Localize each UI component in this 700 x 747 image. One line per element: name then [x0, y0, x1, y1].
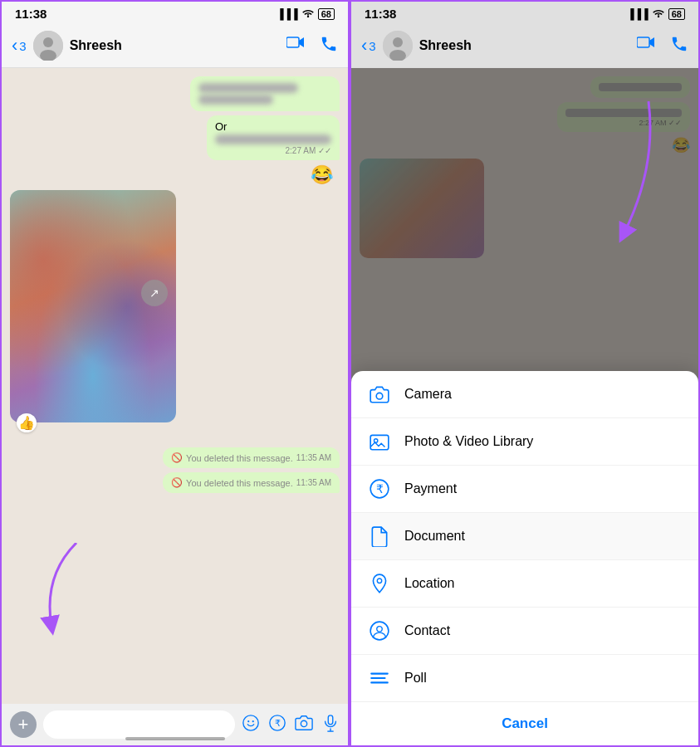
home-indicator-left: [125, 737, 225, 740]
svg-rect-20: [370, 435, 389, 449]
camera-action-icon: [368, 383, 391, 406]
contact-name-left[interactable]: Shreesh: [70, 38, 280, 53]
chat-header-left: ‹ 3 Shreesh: [2, 24, 348, 68]
phone-call-icon-right[interactable]: [670, 35, 688, 57]
location-action-label: Location: [404, 576, 455, 591]
svg-text:₹: ₹: [275, 717, 281, 727]
action-payment[interactable]: ₹ Payment: [351, 466, 698, 513]
document-action-icon: [368, 525, 391, 548]
msg-out-text: Or 2:27 AM ✓✓: [207, 115, 340, 160]
action-camera[interactable]: Camera: [351, 371, 698, 418]
svg-point-24: [377, 579, 381, 583]
status-icons-right: ▐▐▐ 68: [627, 7, 685, 20]
status-bar-right: 11:38 ▐▐▐ 68: [351, 2, 698, 24]
status-icons-left: ▐▐▐ 68: [277, 7, 335, 20]
svg-point-2: [43, 37, 53, 47]
deleted-text-2: You deleted this message.: [186, 478, 293, 488]
back-chevron-left: ‹: [12, 35, 17, 56]
svg-rect-4: [286, 37, 299, 47]
back-chevron-right: ‹: [361, 35, 367, 56]
svg-point-10: [301, 720, 306, 726]
phone-call-icon[interactable]: [320, 35, 338, 57]
signal-icon-right: ▐▐▐: [627, 8, 649, 20]
time-left: 11:38: [15, 7, 47, 21]
svg-point-0: [307, 16, 309, 17]
chat-area-left: Or 2:27 AM ✓✓ 😂 ↗ 👍 🚫 You deleted this m…: [2, 68, 348, 704]
avatar-right: [383, 31, 413, 61]
contact-name-right: Shreesh: [419, 38, 630, 53]
cancel-button[interactable]: Cancel: [351, 701, 698, 745]
thumbs-up-reaction: 👍: [17, 413, 37, 432]
poll-action-label: Poll: [404, 671, 427, 686]
location-action-icon: [368, 572, 391, 595]
header-icons-left: [286, 35, 338, 57]
emoji-reaction: 😂: [311, 164, 333, 186]
svg-point-14: [658, 16, 659, 17]
chat-header-right: ‹ 3 Shreesh: [351, 24, 698, 68]
video-call-icon[interactable]: [286, 35, 306, 57]
back-count-left: 3: [19, 39, 26, 53]
svg-rect-18: [637, 37, 649, 47]
svg-point-19: [376, 393, 383, 399]
cancel-label: Cancel: [502, 715, 548, 732]
action-document[interactable]: Document: [351, 513, 698, 560]
plus-icon: +: [18, 715, 29, 734]
action-sheet: Camera Photo & Video Library: [351, 371, 698, 745]
header-icons-right: [637, 35, 688, 57]
deleted-msg-2: 🚫 You deleted this message. 11:35 AM: [163, 472, 340, 493]
status-bar-left: 11:38 ▐▐▐ 68: [2, 2, 348, 24]
msg-blurred-1: [190, 76, 340, 111]
poll-action-icon: [368, 666, 391, 690]
contact-action-label: Contact: [404, 623, 450, 638]
document-action-label: Document: [404, 529, 465, 544]
message-input[interactable]: [43, 710, 235, 739]
svg-rect-11: [328, 715, 333, 724]
share-icon[interactable]: ↗: [141, 280, 168, 306]
msg-time-1: 2:27 AM ✓✓: [215, 146, 331, 155]
sticker-icon[interactable]: [242, 714, 260, 736]
payment-action-icon: ₹: [368, 477, 391, 500]
action-contact[interactable]: Contact: [351, 608, 698, 655]
mic-icon[interactable]: [321, 714, 340, 736]
svg-point-6: [247, 720, 249, 722]
svg-point-21: [374, 439, 378, 442]
video-call-icon-right[interactable]: [637, 35, 657, 57]
left-panel: 11:38 ▐▐▐ 68 ‹ 3: [0, 0, 350, 747]
deleted-text-1: You deleted this message.: [186, 453, 293, 463]
svg-point-26: [377, 627, 383, 632]
deleted-msg-1: 🚫 You deleted this message. 11:35 AM: [163, 447, 340, 468]
battery-icon-right: 68: [668, 8, 685, 20]
signal-icon: ▐▐▐: [277, 8, 298, 20]
msg-out-content: Or: [215, 120, 227, 133]
photo-action-icon: [368, 430, 391, 453]
photo-video-action-label: Photo & Video Library: [404, 434, 533, 449]
deleted-icon-1: 🚫: [171, 452, 183, 463]
contact-action-icon: [368, 619, 391, 642]
avatar-left: [33, 31, 63, 61]
svg-point-7: [252, 720, 254, 722]
right-panel: 11:38 ▐▐▐ 68 ‹ 3: [350, 0, 700, 747]
action-location[interactable]: Location: [351, 560, 698, 608]
deleted-time-1: 11:35 AM: [296, 453, 331, 462]
camera-input-icon[interactable]: [295, 714, 313, 736]
action-photo-video[interactable]: Photo & Video Library: [351, 418, 698, 466]
svg-point-5: [243, 715, 258, 730]
deleted-time-2: 11:35 AM: [296, 478, 331, 487]
deleted-icon-2: 🚫: [171, 477, 183, 488]
input-action-icons: ₹: [242, 714, 340, 736]
back-count-right: 3: [369, 39, 375, 53]
wifi-icon-right: [652, 7, 665, 20]
svg-point-16: [393, 37, 403, 47]
wifi-icon: [301, 7, 315, 20]
back-button-left[interactable]: ‹ 3: [12, 35, 27, 56]
time-right: 11:38: [365, 7, 396, 21]
plus-button[interactable]: +: [10, 711, 37, 738]
image-message[interactable]: ↗ 👍: [10, 190, 176, 422]
payment-icon[interactable]: ₹: [268, 714, 286, 736]
battery-icon: 68: [318, 8, 335, 20]
svg-text:₹: ₹: [376, 482, 384, 496]
action-poll[interactable]: Poll: [351, 655, 698, 701]
payment-action-label: Payment: [404, 481, 457, 496]
camera-action-label: Camera: [404, 387, 452, 402]
back-button-right[interactable]: ‹ 3: [361, 35, 376, 56]
